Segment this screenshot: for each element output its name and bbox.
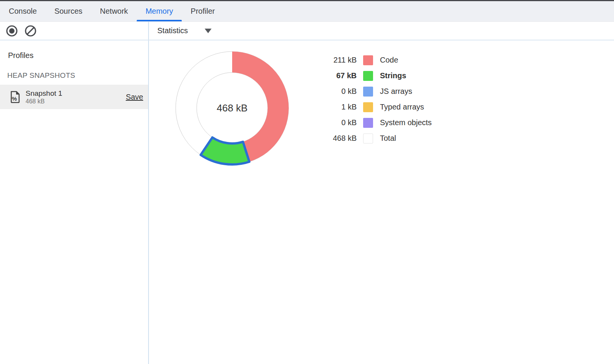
legend-color-swatch [363, 71, 373, 81]
tab-network[interactable]: Network [91, 1, 137, 21]
snapshot-title: Snapshot 1 [26, 89, 62, 98]
tab-console[interactable]: Console [0, 1, 45, 21]
legend-value: 1 kB [320, 103, 357, 111]
devtools-tab-bar: Console Sources Network Memory Profiler [0, 1, 614, 22]
legend-row-js-arrays[interactable]: 0 kB JS arrays [320, 84, 432, 99]
perspective-dropdown-value: Statistics [157, 26, 188, 35]
svg-text:%: % [12, 95, 17, 102]
legend-row-total[interactable]: 468 kB Total [320, 130, 432, 146]
tab-memory[interactable]: Memory [137, 1, 182, 21]
sidebar-item-snapshot-1[interactable]: % Snapshot 1 468 kB Save [0, 85, 148, 109]
save-snapshot-link[interactable]: Save [126, 93, 143, 101]
legend-row-strings[interactable]: 67 kB Strings [320, 68, 432, 84]
donut-chart-svg [173, 49, 291, 167]
devtools-memory-panel: Console Sources Network Memory Profiler [0, 0, 614, 364]
clear-profiles-button[interactable] [24, 25, 37, 37]
statistics-view: 468 kB 211 kB Code 67 kB Strings 0 kB [149, 40, 614, 364]
legend-label: Typed arrays [380, 103, 424, 111]
toolbar-right-section: Statistics [149, 22, 614, 40]
profiles-sidebar: Profiles HEAP SNAPSHOTS % Snapshot 1 468… [0, 40, 149, 364]
heap-snapshots-heading: HEAP SNAPSHOTS [0, 60, 148, 80]
record-heap-snapshot-button[interactable] [6, 25, 18, 37]
legend-color-swatch [363, 55, 373, 65]
legend-color-swatch [363, 87, 373, 97]
tab-label: Profiler [191, 7, 215, 16]
legend-color-swatch [363, 134, 373, 143]
legend-value: 0 kB [320, 118, 357, 127]
tab-label: Console [9, 7, 37, 16]
legend-label: JS arrays [380, 87, 412, 96]
donut-inner-ring [197, 72, 268, 143]
legend-label: Strings [380, 71, 406, 80]
legend-row-typed-arrays[interactable]: 1 kB Typed arrays [320, 99, 432, 115]
legend-color-swatch [363, 102, 373, 112]
legend-row-system-objects[interactable]: 0 kB System objects [320, 115, 432, 130]
legend-row-code[interactable]: 211 kB Code [320, 52, 432, 68]
record-icon [6, 25, 18, 37]
memory-toolbar: Statistics [0, 22, 614, 40]
chart-legend: 211 kB Code 67 kB Strings 0 kB JS arrays [320, 52, 432, 146]
heap-statistics-donut-chart: 468 kB [173, 49, 291, 167]
toolbar-left-section [0, 22, 149, 40]
legend-value: 67 kB [320, 71, 357, 80]
legend-label: Code [380, 56, 398, 64]
heap-snapshot-file-icon: % [10, 91, 20, 103]
clear-icon [24, 25, 37, 37]
donut-segment-strings[interactable] [201, 137, 249, 164]
snapshot-text: Snapshot 1 468 kB [26, 89, 62, 105]
active-tab-underline [137, 20, 182, 21]
tab-label: Network [100, 7, 128, 16]
legend-value: 0 kB [320, 87, 357, 96]
legend-label: System objects [380, 118, 432, 127]
tab-label: Sources [54, 7, 82, 16]
tab-label: Memory [145, 7, 173, 16]
legend-value: 468 kB [320, 134, 357, 143]
snapshot-size: 468 kB [26, 98, 62, 105]
tab-profiler[interactable]: Profiler [182, 1, 223, 21]
chevron-down-icon [205, 29, 212, 33]
profiles-heading: Profiles [0, 40, 148, 60]
legend-value: 211 kB [320, 56, 357, 64]
legend-color-swatch [363, 118, 373, 128]
tab-sources[interactable]: Sources [45, 1, 91, 21]
legend-label: Total [380, 134, 396, 143]
perspective-dropdown[interactable]: Statistics [155, 25, 214, 37]
panel-content: Profiles HEAP SNAPSHOTS % Snapshot 1 468… [0, 40, 614, 364]
